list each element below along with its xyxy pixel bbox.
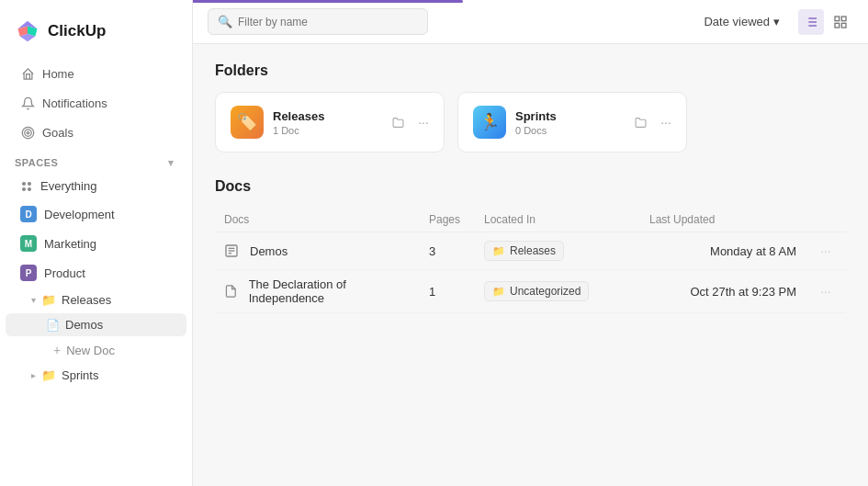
home-icon [20,66,35,81]
docs-row-1-updated: Oct 27th at 9:23 PM [640,270,806,313]
location-folder-icon: 📁 [492,245,505,257]
clickup-logo-icon [15,18,40,44]
svg-rect-13 [835,17,840,21]
docs-table-body: Demos 3 📁 Releases Monday at 8 AM ··· [215,232,846,313]
docs-row-1-location-text: Uncategorized [510,285,581,298]
releases-folder-icon-btn[interactable] [387,111,409,133]
docs-row-0-name: Demos [250,244,287,258]
col-header-menu [806,208,846,232]
docs-row-0-location-badge[interactable]: 📁 Releases [484,241,564,261]
demos-label: Demos [65,318,103,332]
docs-row-1-pages: 1 [420,270,475,313]
spaces-section-header: Spaces ▾ [0,147,192,173]
docs-row-1-name: The Declaration of Independence [249,277,411,305]
everything-label: Everything [40,179,96,193]
folder-card-sprints[interactable]: 🏃 Sprints 0 Docs ··· [457,92,687,153]
sprints-folder-menu-btn[interactable]: ··· [655,111,677,133]
docs-row-1-menu-cell: ··· [806,270,846,313]
sidebar-item-home[interactable]: Home [6,60,186,87]
sidebar-item-sprints[interactable]: ▸ 📁 Sprints [6,364,186,387]
col-header-location: Located In [475,208,640,232]
grid-view-button[interactable] [828,9,853,35]
sprints-folder-image: 🏃 [473,106,506,139]
search-box[interactable]: 🔍 [208,8,428,35]
list-view-icon [804,15,818,29]
search-icon: 🔍 [218,15,232,28]
releases-folder-icon: 📁 [41,293,56,307]
svg-rect-16 [841,23,846,28]
topbar: 🔍 Date viewed ▾ [193,0,868,44]
table-row: Demos 3 📁 Releases Monday at 8 AM ··· [215,232,846,270]
sidebar-item-notifications[interactable]: Notifications [6,89,186,117]
demos-doc-icon: 📄 [46,319,60,332]
target-icon [20,125,35,140]
svg-rect-14 [841,17,846,21]
view-toggle [798,9,853,35]
location-folder-icon-2: 📁 [492,286,505,298]
sidebar: ClickUp Home Notifications Goals Spaces … [0,0,193,486]
goals-label: Goals [42,126,73,140]
folders-grid: 🏷️ Releases 1 Doc ··· 🏃 Sprints 0 Docs [215,92,846,153]
releases-folder-menu-btn[interactable]: ··· [412,111,434,133]
sidebar-item-new-doc[interactable]: + New Doc [6,338,186,362]
grid-dots-icon [20,180,33,193]
date-viewed-button[interactable]: Date viewed ▾ [696,11,787,32]
docs-row-0-updated: Monday at 8 AM [640,232,806,270]
home-label: Home [42,67,74,81]
spaces-collapse-icon[interactable]: ▾ [164,156,177,169]
product-label: Product [44,266,85,280]
releases-folder-image: 🏷️ [231,106,264,139]
folder-card-releases[interactable]: 🏷️ Releases 1 Doc ··· [215,92,445,153]
folders-section-title: Folders [215,62,846,79]
logo[interactable]: ClickUp [0,11,192,59]
notifications-label: Notifications [42,96,107,110]
bell-icon [20,96,35,110]
sidebar-item-goals[interactable]: Goals [6,119,186,146]
table-row: The Declaration of Independence 1 📁 Unca… [215,270,846,313]
docs-row-0-menu-cell: ··· [806,232,846,270]
releases-folder-actions: ··· [387,111,434,133]
progress-bar [193,0,463,3]
svg-point-6 [27,131,29,134]
sprints-folder-actions: ··· [629,111,677,133]
sidebar-item-releases[interactable]: ▾ 📁 Releases [6,288,186,311]
svg-rect-15 [835,23,840,28]
docs-row-1-menu-btn[interactable]: ··· [815,280,837,302]
sidebar-item-demos[interactable]: 📄 Demos [6,313,186,336]
demos-doc-row-icon [224,243,239,258]
marketing-avatar: M [20,235,37,252]
sidebar-item-marketing[interactable]: M Marketing [6,230,186,257]
docs-row-0-location: 📁 Releases [475,232,640,270]
date-viewed-label: Date viewed [704,15,770,28]
sidebar-item-everything[interactable]: Everything [6,174,186,198]
new-doc-label: New Doc [66,344,115,357]
docs-row-1-location-badge[interactable]: 📁 Uncategorized [484,281,589,301]
docs-row-0-name-cell[interactable]: Demos [215,232,420,270]
docs-row-0-location-text: Releases [510,244,556,257]
marketing-label: Marketing [44,237,96,251]
col-header-updated: Last Updated [640,208,806,232]
sprints-folder-icon-btn[interactable] [629,111,651,133]
releases-label: Releases [62,293,111,307]
sidebar-item-development[interactable]: D Development [6,200,186,228]
grid-view-icon [833,15,848,29]
list-view-button[interactable] [798,9,824,35]
sprints-folder-icon: 📁 [41,368,56,382]
development-label: Development [44,208,115,221]
docs-table: Docs Pages Located In Last Updated Demos [215,208,846,313]
sprints-label: Sprints [62,368,98,382]
declaration-doc-row-icon [224,284,238,299]
main-area: 🔍 Date viewed ▾ Folders 🏷️ Releases [193,0,868,486]
docs-row-0-menu-btn[interactable]: ··· [815,240,837,262]
docs-table-head: Docs Pages Located In Last Updated [215,208,846,232]
new-doc-plus-icon: + [53,343,61,357]
sprints-chevron-icon: ▸ [31,370,36,380]
search-input[interactable] [238,16,418,28]
docs-row-1-name-cell[interactable]: The Declaration of Independence [215,270,420,313]
sidebar-item-product[interactable]: P Product [6,259,186,287]
docs-row-0-pages: 3 [420,232,475,270]
content-area: Folders 🏷️ Releases 1 Doc ··· 🏃 [193,44,868,486]
date-viewed-chevron-icon: ▾ [773,15,780,28]
sprints-folder-action-icon [635,117,647,129]
development-avatar: D [20,206,37,222]
